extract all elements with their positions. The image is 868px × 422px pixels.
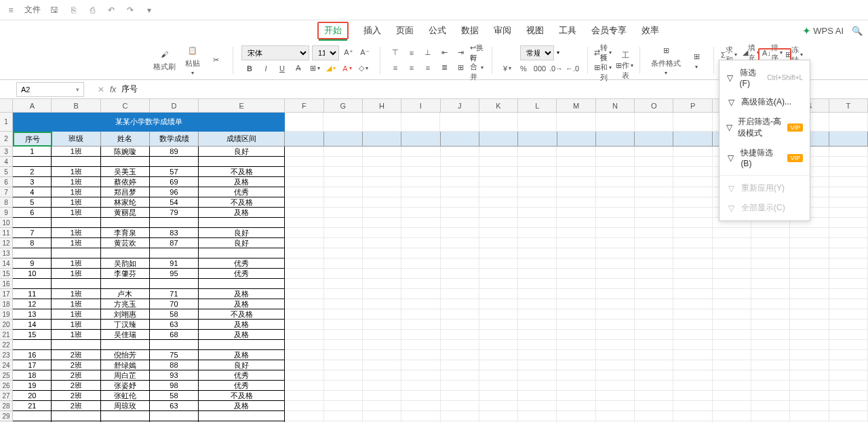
header-cell[interactable]: 数学成绩 (150, 132, 199, 147)
cell[interactable] (324, 370, 363, 381)
cell[interactable] (441, 299, 479, 309)
cell[interactable] (518, 299, 557, 309)
tab-view[interactable]: 视图 (526, 22, 544, 39)
cell[interactable]: 21 (13, 401, 52, 411)
cell[interactable] (324, 167, 363, 177)
cell[interactable]: 及格 (199, 401, 285, 411)
cell[interactable] (635, 320, 673, 330)
cell[interactable] (518, 177, 557, 187)
cell[interactable]: 91 (150, 258, 199, 269)
cell[interactable] (150, 340, 199, 350)
cell[interactable] (199, 248, 285, 258)
cell[interactable] (751, 381, 790, 391)
redo-icon[interactable]: ↷ (125, 5, 136, 16)
cell[interactable] (13, 248, 52, 258)
row-header[interactable]: 14 (0, 258, 13, 269)
cell[interactable]: 优秀 (199, 269, 285, 279)
cell[interactable] (479, 401, 518, 411)
col-header-J[interactable]: J (441, 99, 479, 113)
cell[interactable] (596, 340, 635, 350)
row-header[interactable]: 9 (0, 208, 13, 218)
decimal-dec-icon[interactable]: ←.0 (566, 62, 579, 75)
cell[interactable]: 郑昌梦 (101, 187, 150, 197)
cell[interactable] (441, 157, 479, 167)
align-left-icon[interactable]: ≡ (389, 61, 402, 75)
cell[interactable] (596, 177, 635, 187)
cell[interactable] (829, 401, 868, 411)
cell[interactable] (101, 279, 150, 289)
cell[interactable] (518, 370, 557, 381)
cell[interactable] (673, 391, 712, 401)
print-icon[interactable]: ⎙ (87, 5, 98, 16)
cell[interactable] (673, 147, 712, 157)
search-icon[interactable]: 🔍 (852, 26, 863, 36)
cell[interactable] (324, 187, 363, 197)
cell[interactable] (829, 320, 868, 330)
cell[interactable]: 林家纶 (101, 197, 150, 208)
cell[interactable]: 14 (13, 320, 52, 330)
cell[interactable]: 舒绿嫣 (101, 360, 150, 370)
worksheet-button[interactable]: ⊞工作表 (618, 59, 631, 73)
cell[interactable] (557, 167, 595, 177)
cell[interactable]: 吴美玉 (101, 167, 150, 177)
cell[interactable] (441, 360, 479, 370)
cell[interactable] (557, 401, 595, 411)
tab-page[interactable]: 页面 (396, 22, 414, 39)
cell[interactable] (285, 167, 323, 177)
cell[interactable] (479, 340, 518, 350)
cell[interactable] (635, 157, 673, 167)
cell[interactable] (363, 113, 401, 132)
cell[interactable] (635, 113, 673, 132)
cell[interactable] (596, 258, 635, 269)
cell[interactable] (673, 309, 712, 320)
cell[interactable] (285, 157, 323, 167)
cell[interactable] (829, 167, 868, 177)
italic-button[interactable]: I (259, 62, 273, 75)
row-header[interactable]: 13 (0, 248, 13, 258)
cell[interactable] (790, 269, 829, 279)
cell[interactable]: 良好 (199, 147, 285, 157)
cell[interactable] (596, 401, 635, 411)
cell[interactable] (199, 411, 285, 421)
cell[interactable] (673, 340, 712, 350)
cell[interactable] (635, 360, 673, 370)
cell[interactable] (790, 360, 829, 370)
cell[interactable] (673, 187, 712, 197)
cell[interactable]: 卢木 (101, 289, 150, 299)
col-header-F[interactable]: F (285, 99, 323, 113)
row-header[interactable]: 15 (0, 269, 13, 279)
cell[interactable] (479, 147, 518, 157)
cell[interactable] (479, 113, 518, 132)
cell[interactable] (479, 360, 518, 370)
cell[interactable] (596, 381, 635, 391)
cell[interactable] (673, 167, 712, 177)
row-header[interactable]: 2 (0, 132, 13, 147)
cell[interactable] (751, 299, 790, 309)
cell[interactable]: 及格 (199, 350, 285, 360)
cell[interactable] (596, 269, 635, 279)
cell[interactable] (285, 340, 323, 350)
cell[interactable] (829, 381, 868, 391)
cell[interactable]: 2班 (52, 360, 101, 370)
cell[interactable] (52, 411, 101, 421)
cell[interactable] (441, 177, 479, 187)
cell[interactable] (751, 279, 790, 289)
cell[interactable] (829, 350, 868, 360)
cell[interactable]: 1班 (52, 197, 101, 208)
filter-menu-filter[interactable]: ▽ 筛选(F) Ctrl+Shift+L (719, 63, 810, 92)
cell[interactable] (713, 258, 751, 269)
cell[interactable] (324, 147, 363, 157)
cell[interactable]: 张虹伦 (101, 391, 150, 401)
cell[interactable] (635, 197, 673, 208)
cell[interactable] (150, 279, 199, 289)
cell[interactable] (596, 411, 635, 421)
cell[interactable] (596, 299, 635, 309)
distribute-icon[interactable]: ⊞ (454, 61, 467, 75)
cell[interactable] (401, 350, 440, 360)
cell[interactable]: 8 (13, 238, 52, 248)
cell[interactable]: 1班 (52, 147, 101, 157)
cell[interactable] (518, 381, 557, 391)
cell[interactable] (557, 218, 595, 228)
cell[interactable] (790, 381, 829, 391)
cell[interactable]: 95 (150, 269, 199, 279)
